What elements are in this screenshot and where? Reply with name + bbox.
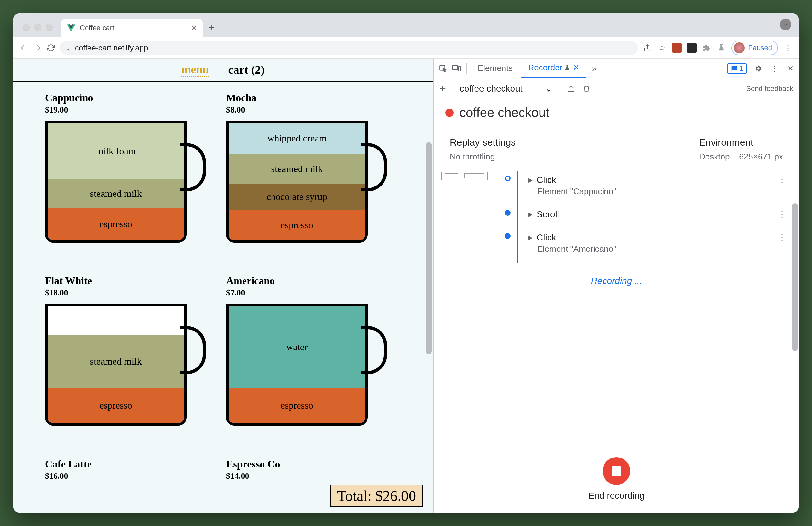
product-name: Mocha (226, 92, 401, 104)
reload-button[interactable] (46, 43, 55, 52)
devtools-menu-icon[interactable]: ⋮ (770, 64, 779, 73)
cart-link[interactable]: cart (2) (228, 63, 265, 76)
settings-gear-icon[interactable] (753, 64, 763, 73)
recorder-settings-panel: Replay settings No throttling Environmen… (434, 128, 799, 171)
product-name: Cappucino (45, 92, 220, 104)
scrollbar-thumb[interactable] (792, 203, 798, 351)
new-recording-button[interactable]: + (439, 82, 446, 95)
cup-handle (361, 143, 387, 191)
cup-handle (180, 143, 206, 191)
step-menu-icon[interactable]: ⋮ (778, 232, 786, 242)
stop-icon (612, 466, 621, 476)
ingredient-layer: espresso (48, 388, 184, 423)
close-devtools-icon[interactable]: ✕ (786, 64, 795, 73)
scrollbar-thumb[interactable] (426, 142, 432, 354)
step-menu-icon[interactable]: ⋮ (778, 209, 786, 219)
profile-avatar-icon (734, 42, 745, 54)
divider (452, 82, 452, 95)
paused-label: Paused (748, 44, 772, 52)
ingredient-layer: water (229, 306, 365, 388)
site-info-icon[interactable]: ⌄ (66, 44, 71, 51)
cup-body: espressosteamed milk (45, 303, 187, 426)
cart-total[interactable]: Total: $26.00 (330, 484, 423, 507)
tab-elements[interactable]: Elements (471, 59, 519, 78)
delete-icon[interactable] (582, 84, 591, 93)
share-icon[interactable] (642, 43, 652, 53)
recorder-toolbar: + coffee checkout ⌄ Send feedback (434, 78, 799, 99)
bookmark-star-icon[interactable]: ☆ (657, 43, 667, 53)
device-toggle-icon[interactable] (451, 63, 462, 74)
minimize-window-button[interactable] (34, 24, 41, 31)
step-detail: Element "Cappucino" (528, 186, 789, 196)
send-feedback-link[interactable]: Send feedback (746, 85, 793, 93)
recording-indicator-icon (445, 109, 454, 117)
ingredient-layer: steamed milk (229, 154, 365, 184)
tab-recorder[interactable]: Recorder ✕ (522, 59, 586, 78)
messages-badge[interactable]: 1 (727, 63, 747, 74)
end-recording-label: End recording (589, 491, 644, 501)
window-controls (18, 24, 57, 37)
recorder-steps-panel: ▶ClickElement "Cappucino"⋮▶Scroll⋮▶Click… (434, 171, 799, 447)
cup-graphic: espressowater (226, 303, 387, 426)
svg-rect-1 (452, 65, 458, 70)
product-card[interactable]: Americano$7.00espressowater (226, 275, 401, 448)
product-card[interactable]: Cappucino$19.00espressosteamed milkmilk … (45, 92, 220, 265)
timeline-node-icon (505, 176, 510, 181)
new-tab-button[interactable]: + (203, 22, 220, 37)
environment-size[interactable]: 625×671 px (739, 152, 783, 162)
timeline-node-icon (505, 210, 510, 216)
product-card[interactable]: Mocha$8.00espressochocolate syrupsteamed… (226, 92, 401, 265)
menu-link[interactable]: menu (182, 63, 209, 77)
cup-handle (361, 326, 387, 374)
product-name: Espresso Co (226, 458, 401, 470)
expand-triangle-icon[interactable]: ▶ (528, 234, 533, 241)
expand-triangle-icon[interactable]: ▶ (528, 177, 533, 184)
back-button[interactable] (19, 43, 28, 52)
product-card[interactable]: Flat White$18.00espressosteamed milk (45, 275, 220, 448)
step-detail: Element "Americano" (528, 244, 789, 254)
more-tabs-icon[interactable]: » (589, 63, 600, 74)
address-bar[interactable]: ⌄ coffee-cart.netlify.app (60, 41, 638, 55)
step-header: ▶Click (528, 232, 789, 243)
maximize-window-button[interactable] (46, 24, 53, 31)
url-text: coffee-cart.netlify.app (75, 43, 148, 52)
extensions-puzzle-icon[interactable] (702, 43, 711, 53)
ingredient-layer: espresso (48, 208, 184, 240)
step-menu-icon[interactable]: ⋮ (778, 175, 786, 185)
expand-triangle-icon[interactable]: ▶ (528, 211, 533, 218)
stop-recording-button[interactable] (603, 457, 630, 485)
replay-throttling-value[interactable]: No throttling (450, 152, 516, 162)
recording-select[interactable]: coffee checkout ⌄ (458, 83, 554, 94)
product-price: $7.00 (226, 288, 401, 298)
forward-button[interactable] (33, 43, 42, 52)
close-window-button[interactable] (23, 24, 30, 31)
labs-flask-icon[interactable] (716, 43, 726, 53)
cup-handle (180, 326, 206, 374)
browser-tab[interactable]: Coffee cart ✕ (61, 19, 203, 37)
divider (560, 82, 561, 95)
ingredient-layer (48, 306, 184, 335)
step-action: Click (537, 232, 556, 243)
search-tabs-icon[interactable] (780, 19, 792, 30)
extension-icon[interactable] (687, 43, 696, 53)
recorder-step[interactable]: ▶ClickElement "Americano"⋮ (508, 229, 789, 263)
cup-graphic: espressochocolate syrupsteamed milkwhipp… (226, 121, 387, 243)
close-tab-button[interactable]: ✕ (191, 24, 197, 32)
profile-paused-pill[interactable]: Paused (731, 41, 778, 55)
step-action: Scroll (537, 209, 559, 220)
chrome-menu-icon[interactable]: ⋮ (783, 43, 793, 53)
ingredient-layer: steamed milk (48, 179, 184, 208)
recorder-step[interactable]: ▶ClickElement "Cappucino"⋮ (508, 171, 789, 206)
recorder-step[interactable]: ▶Scroll⋮ (508, 206, 789, 229)
product-card[interactable]: Cafe Latte$16.00 (45, 458, 220, 504)
ingredient-layer: whipped cream (229, 123, 365, 154)
inspect-element-icon[interactable] (437, 63, 448, 74)
environment-heading: Environment (699, 137, 783, 148)
recording-title-row: coffee checkout (434, 99, 799, 128)
extension-icon[interactable] (672, 43, 682, 53)
replay-settings: Replay settings No throttling (450, 137, 516, 162)
ingredient-layer: chocolate syrup (229, 184, 365, 210)
export-icon[interactable] (566, 84, 576, 93)
close-panel-icon[interactable]: ✕ (572, 63, 580, 73)
environment-device[interactable]: Desktop (699, 152, 730, 162)
